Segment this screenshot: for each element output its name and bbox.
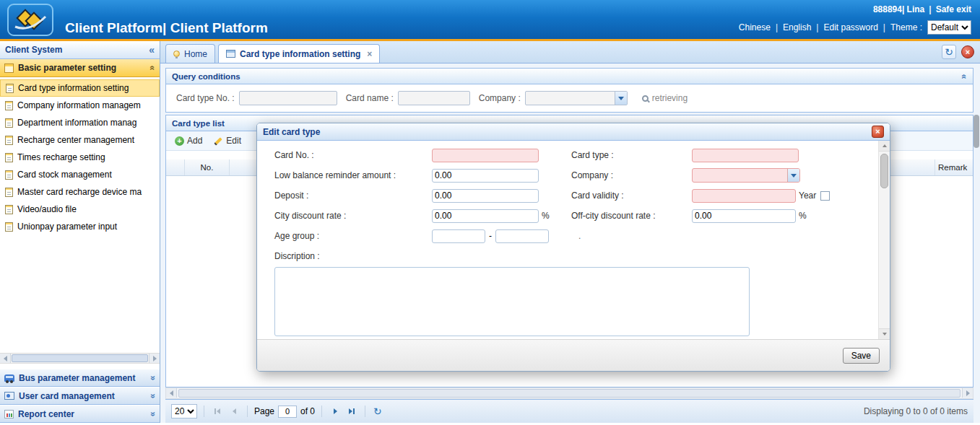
report-icon [4,410,14,419]
chevron-down-icon[interactable]: « [148,375,158,380]
edit-button[interactable]: Edit [210,134,245,147]
sidebar-item-department-info[interactable]: Department information manag [0,114,160,131]
low-balance-input[interactable] [432,169,539,183]
scroll-left-icon[interactable] [166,388,177,398]
sidebar-horizontal-scrollbar[interactable] [0,353,160,364]
tab-close-icon[interactable]: × [367,50,372,58]
age-dash-label: - [489,231,492,241]
refresh-tab-icon[interactable]: ↻ [942,45,956,59]
card-no-input[interactable] [432,149,539,162]
sidebar-title: Client System [5,45,62,55]
sidebar-item-label: Video/audio file [17,204,77,214]
grid-horizontal-scrollbar[interactable] [165,387,974,399]
prev-page-icon[interactable] [227,405,240,418]
dialog-vertical-scrollbar[interactable] [878,141,890,339]
card-type-no-input[interactable] [239,91,337,105]
scroll-right-icon[interactable] [962,388,973,398]
scrollbar-thumb[interactable] [880,154,888,188]
query-conditions-panel: Query conditions « Card type No. : Card … [165,68,974,113]
theme-label: Theme : [890,22,922,32]
scroll-up-icon[interactable] [879,141,890,152]
sidebar-item-card-type[interactable]: Card type information setting [0,79,160,97]
collapse-panel-icon[interactable]: « [960,74,970,79]
dialog-title: Edit card type [263,127,320,137]
company-combo[interactable] [525,91,628,105]
next-page-icon[interactable] [329,405,342,418]
sidebar-item-video-audio[interactable]: Video/audio file [0,201,160,218]
sidebar-item-recharge-center[interactable]: Recharge center management [0,131,160,149]
sidebar-collapse-icon[interactable]: « [149,45,155,55]
separator [204,406,204,417]
lang-english-link[interactable]: English [783,22,811,32]
first-page-icon[interactable] [211,405,224,418]
tab-card-type-information-setting[interactable]: Card type information setting × [218,44,380,63]
accordion-label: Basic parameter setting [18,63,116,73]
separator [365,406,365,417]
edit-card-type-dialog: Edit card type × Card No. : Card type : … [256,123,890,372]
chevron-up-icon[interactable]: « [148,66,158,71]
dropdown-arrow-icon[interactable] [787,169,799,182]
percent-label: % [799,211,807,221]
age-group-to-input[interactable] [495,229,549,243]
retrieving-button[interactable]: retrieving [642,93,688,103]
dropdown-arrow-icon[interactable] [615,92,627,105]
grid-vertical-scrollbar-thumb[interactable] [974,115,979,148]
column-no[interactable]: No. [185,159,230,175]
sidebar-item-master-card-device[interactable]: Master card recharge device ma [0,183,160,201]
document-icon [5,118,13,128]
last-page-icon[interactable] [345,405,358,418]
plus-icon [175,136,184,146]
column-rownumber[interactable] [166,159,185,175]
dialog-close-icon[interactable]: × [872,126,884,138]
add-button[interactable]: Add [171,134,206,147]
accordion-user-card-management[interactable]: User card management « [0,387,160,405]
discription-textarea[interactable] [274,267,750,336]
scroll-right-icon[interactable] [149,354,160,363]
save-button[interactable]: Save [843,348,880,364]
company-combo[interactable] [692,168,800,183]
document-icon [5,222,13,232]
chevron-down-icon[interactable]: « [148,411,158,416]
card-type-input[interactable] [692,149,799,162]
safe-exit-link[interactable]: Safe exit [936,4,971,14]
search-icon [642,95,649,102]
accordion-label: Report center [18,409,74,419]
scroll-left-icon[interactable] [0,354,11,363]
offcity-discount-rate-input[interactable] [692,209,796,223]
paging-status: Displaying 0 to 0 of 0 items [864,406,968,416]
paging-refresh-icon[interactable]: ↻ [373,406,382,417]
card-validity-input[interactable] [692,189,796,203]
sidebar-tree: Card type information setting Company in… [0,77,160,353]
scroll-down-icon[interactable] [879,328,890,339]
column-remark[interactable]: Remark [935,159,973,175]
edit-button-label: Edit [226,136,241,146]
sidebar: Client System « Basic parameter setting … [0,41,160,423]
page-size-select[interactable]: 20 [171,404,197,419]
year-checkbox[interactable] [820,191,830,201]
page-number-input[interactable] [278,406,297,418]
tab-home[interactable]: Home [165,44,215,63]
discription-label: Discription : [274,251,858,261]
accordion-basic-parameter-setting[interactable]: Basic parameter setting « [0,59,160,77]
city-discount-rate-input[interactable] [432,209,539,223]
sidebar-item-company-info[interactable]: Company information managem [0,97,160,114]
dialog-title-bar[interactable]: Edit card type × [257,123,890,141]
logo-diamonds-icon [11,6,50,34]
sidebar-item-unionpay[interactable]: Unionpay parameter input [0,218,160,235]
lang-chinese-link[interactable]: Chinese [739,22,771,32]
theme-select[interactable]: Default [927,20,971,35]
deposit-input[interactable] [432,189,539,203]
scrollbar-thumb[interactable] [12,354,148,362]
close-tab-icon[interactable]: × [961,45,974,58]
age-group-from-input[interactable] [432,229,485,243]
sidebar-item-times-recharge[interactable]: Times recharge setting [0,149,160,166]
edit-password-link[interactable]: Edit password [823,22,877,32]
accordion-report-center[interactable]: Report center « [0,405,160,423]
chevron-down-icon[interactable]: « [148,393,158,398]
query-panel-header: Query conditions « [166,69,973,84]
scrollbar-thumb[interactable] [178,389,961,398]
card-name-input[interactable] [398,91,470,105]
sidebar-item-card-stock[interactable]: Card stock management [0,166,160,183]
accordion-bus-parameter-management[interactable]: Bus parameter management « [0,369,160,387]
company-label: Company : [571,170,692,180]
